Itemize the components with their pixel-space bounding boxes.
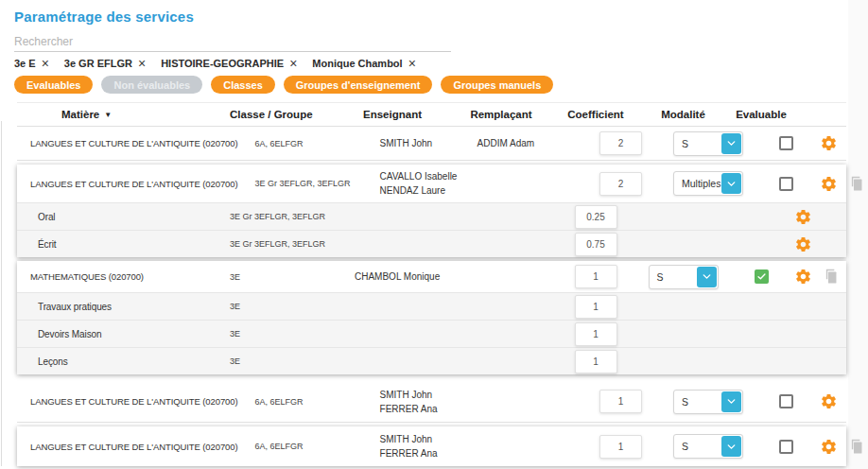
sub-service-row: Écrit 3E Gr 3EFLGR, 3EFLGR	[17, 230, 846, 257]
table-row: LANGUES ET CULTURE DE L'ANTIQUITE (02070…	[17, 127, 846, 161]
gear-icon[interactable]	[820, 134, 838, 152]
coefficient-input[interactable]	[575, 265, 617, 288]
enseignant-cell: SMITH John FERRER Ana	[366, 390, 470, 414]
table-row: LANGUES ET CULTURE DE L'ANTIQUITE (02070…	[17, 165, 846, 202]
filter-buttons: Evaluables Non évaluables Classes Groupe…	[14, 76, 553, 94]
classe-cell: 3E Gr 3EFLGR, 3EFLGR	[213, 212, 340, 221]
filter-chip: 3e E ×	[14, 58, 49, 69]
table-row: MATHEMATIQUES (020700) 3E CHAMBOL Moniqu…	[17, 261, 846, 292]
copy-service-icon[interactable]	[849, 439, 865, 455]
service-group: LANGUES ET CULTURE DE L'ANTIQUITE (02070…	[17, 165, 846, 257]
filter-chip: 3e GR EFLGR ×	[64, 58, 146, 69]
evaluable-checkbox[interactable]	[779, 394, 793, 408]
modalite-select[interactable]: S	[673, 390, 743, 414]
classe-cell: 3E	[213, 356, 340, 366]
sub-service-row: Travaux pratiques 3E	[17, 292, 846, 320]
chevron-down-icon[interactable]	[721, 436, 741, 457]
filter-button-classes[interactable]: Classes	[211, 76, 275, 94]
evaluable-checkbox[interactable]	[779, 177, 793, 191]
coefficient-input[interactable]	[599, 131, 642, 155]
sub-service-row: Oral 3E Gr 3EFLGR, 3EFLGR	[17, 202, 846, 230]
modalite-select[interactable]: Multiples	[673, 171, 743, 196]
table-row: LANGUES ET CULTURE DE L'ANTIQUITE (02070…	[17, 381, 846, 423]
filter-chip: Monique Chambol ×	[312, 58, 416, 69]
classe-cell: 6A, 6ELFGR	[238, 397, 366, 407]
evaluable-checkbox-checked[interactable]	[755, 269, 769, 284]
copy-service-icon[interactable]	[849, 176, 865, 192]
classe-cell: 3E Gr 3EFLGR, 3EFLGR	[238, 179, 366, 188]
evaluable-checkbox[interactable]	[779, 440, 793, 454]
matiere-cell: LANGUES ET CULTURE DE L'ANTIQUITE (02070…	[17, 396, 238, 407]
main-panel: Paramétrage des services 3e E × 3e GR EF…	[0, 0, 848, 469]
coefficient-input[interactable]	[575, 233, 617, 256]
page-title: Paramétrage des services	[14, 9, 194, 25]
modalite-select[interactable]: S	[673, 434, 743, 459]
classe-cell: 6A, 6ELFGR	[238, 442, 366, 451]
panel-left-border	[1, 121, 2, 466]
chevron-down-icon[interactable]	[721, 391, 741, 412]
gear-icon[interactable]	[794, 235, 812, 253]
filter-button-groupes-manuels[interactable]: Groupes manuels	[441, 76, 553, 94]
coefficient-input[interactable]	[599, 435, 642, 459]
gear-icon[interactable]	[820, 175, 838, 193]
classe-cell: 3E	[213, 302, 340, 311]
matiere-cell: LANGUES ET CULTURE DE L'ANTIQUITE (02070…	[17, 442, 238, 452]
chevron-down-icon[interactable]	[721, 173, 741, 194]
matiere-cell: LANGUES ET CULTURE DE L'ANTIQUITE (02070…	[17, 179, 238, 189]
chevron-down-icon[interactable]	[721, 133, 741, 154]
sub-service-row: Devoirs Maison 3E	[17, 320, 846, 347]
matiere-cell: LANGUES ET CULTURE DE L'ANTIQUITE (02070…	[17, 138, 238, 148]
remove-filter-icon[interactable]: ×	[408, 59, 416, 69]
filter-chip-label: 3e E	[14, 58, 36, 69]
sub-service-row: Leçons 3E	[17, 347, 846, 374]
remove-filter-icon[interactable]: ×	[289, 59, 297, 69]
gear-icon[interactable]	[794, 208, 812, 226]
coefficient-input[interactable]	[599, 390, 642, 413]
modalite-select[interactable]: S	[673, 131, 743, 156]
service-group: LANGUES ET CULTURE DE L'ANTIQUITE (02070…	[17, 426, 846, 466]
filter-button-groupes-enseignement[interactable]: Groupes d'enseignement	[284, 76, 433, 94]
search-input[interactable]	[14, 32, 451, 52]
services-table: Matière ▼ Classe / Groupe Enseignant Rem…	[17, 102, 846, 469]
coefficient-input[interactable]	[575, 322, 617, 346]
sub-service-label: Oral	[17, 212, 213, 222]
column-header-evaluable[interactable]: Evaluable	[733, 109, 790, 120]
column-header-classe-groupe[interactable]: Classe / Groupe	[213, 109, 340, 120]
chevron-down-icon[interactable]	[697, 267, 717, 287]
column-header-matiere[interactable]: Matière ▼	[17, 109, 213, 120]
gear-icon[interactable]	[794, 268, 812, 286]
filter-chip: HISTOIRE-GEOGRAPHIE ×	[161, 58, 297, 69]
service-group: MATHEMATIQUES (020700) 3E CHAMBOL Moniqu…	[17, 261, 846, 374]
coefficient-input[interactable]	[575, 350, 617, 373]
evaluable-checkbox[interactable]	[779, 136, 793, 150]
filter-button-evaluables[interactable]: Evaluables	[14, 76, 93, 94]
enseignant-cell: SMITH John FERRER Ana	[366, 434, 470, 459]
sub-service-label: Écrit	[17, 239, 213, 250]
remove-filter-icon[interactable]: ×	[42, 59, 49, 69]
filter-button-non-evaluables[interactable]: Non évaluables	[101, 76, 202, 94]
gear-icon[interactable]	[820, 438, 838, 456]
gear-icon[interactable]	[820, 392, 838, 410]
column-header-coefficient[interactable]: Coefficient	[558, 109, 634, 120]
active-filter-chips: 3e E × 3e GR EFLGR × HISTOIRE-GEOGRAPHIE…	[14, 58, 416, 69]
table-header: Matière ▼ Classe / Groupe Enseignant Rem…	[17, 102, 846, 127]
matiere-cell: MATHEMATIQUES (020700)	[17, 271, 213, 282]
copy-service-icon[interactable]	[824, 269, 840, 285]
sub-service-label: Devoirs Maison	[17, 329, 213, 339]
modalite-select[interactable]: S	[649, 265, 719, 289]
column-header-remplacant[interactable]: Remplaçant	[444, 109, 558, 120]
sub-service-label: Leçons	[17, 356, 213, 367]
remove-filter-icon[interactable]: ×	[138, 59, 146, 69]
coefficient-input[interactable]	[575, 295, 617, 319]
classe-cell: 3E	[213, 272, 340, 282]
coefficient-input[interactable]	[575, 205, 617, 229]
column-header-enseignant[interactable]: Enseignant	[340, 109, 444, 120]
filter-chip-label: Monique Chambol	[312, 58, 402, 69]
sort-desc-icon: ▼	[104, 111, 112, 119]
enseignant-cell: CHAMBOL Monique	[340, 271, 444, 282]
enseignant-cell: SMITH John	[366, 138, 470, 148]
coefficient-input[interactable]	[599, 172, 642, 196]
remplacant-cell: ADDIM Adam	[470, 138, 583, 148]
enseignant-cell: CAVALLO Isabelle NENDAZ Laure	[366, 171, 470, 196]
column-header-modalite[interactable]: Modalité	[634, 109, 733, 120]
